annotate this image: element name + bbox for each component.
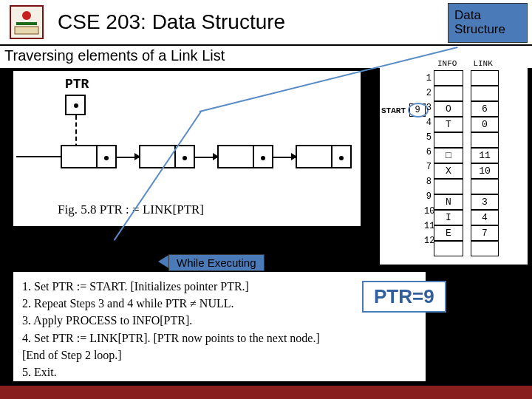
- link-cell: 0: [471, 117, 499, 132]
- svg-point-1: [22, 11, 31, 20]
- table-row: □11: [434, 149, 499, 164]
- link-cell: 6: [471, 101, 499, 117]
- link-cell: 3: [471, 194, 499, 210]
- info-cell: X: [434, 163, 463, 179]
- link-cell: [471, 241, 499, 256]
- table-row: [434, 180, 499, 195]
- table-row: [434, 242, 499, 257]
- info-cell: E: [434, 225, 463, 241]
- row-number: 1: [424, 73, 432, 83]
- university-logo: [6, 1, 47, 43]
- algo-step-2: 2. Repeat Steps 3 and 4 while PTR ≠ NULL…: [22, 295, 417, 312]
- info-cell: [434, 241, 463, 256]
- ptr-value-badge: PTR=9: [362, 281, 446, 313]
- info-cell: T: [434, 117, 463, 132]
- header-bar: CSE 203: Data Structure Data Structure: [0, 0, 532, 46]
- row-number: 8: [424, 177, 432, 187]
- figure-memory-table: INFO LINK START 9 O6T0□11X10N3I4E7 12345…: [380, 58, 528, 265]
- ptr-dot: [74, 103, 78, 108]
- table-row: X10: [434, 164, 499, 180]
- list-node: [61, 145, 117, 168]
- info-cell: I: [434, 210, 463, 225]
- row-number: 2: [424, 88, 432, 98]
- info-cell: [434, 70, 463, 86]
- svg-rect-3: [15, 27, 38, 34]
- table-row: I4: [434, 211, 499, 226]
- while-executing-badge: While Executing: [168, 254, 265, 271]
- link-cell: [471, 132, 499, 148]
- row-number: 9: [424, 191, 432, 202]
- row-number: 10: [424, 206, 432, 216]
- info-cell: N: [434, 194, 463, 210]
- table-row: [434, 133, 499, 149]
- info-cell: O: [434, 101, 463, 117]
- list-node: [296, 145, 352, 168]
- link-cell: 4: [471, 210, 499, 225]
- info-cell: [434, 132, 463, 148]
- figure-linked-list: PTR Fig. 5.8 PTR : = LINK[PTR]: [13, 71, 361, 226]
- arrow-icon: [134, 153, 140, 160]
- info-cell: [434, 179, 463, 194]
- badge-line-1: Data: [454, 9, 521, 23]
- arrow-icon: [291, 153, 297, 160]
- ptr-label: PTR: [65, 77, 89, 92]
- algo-step-end: [End of Step 2 loop.]: [22, 347, 417, 364]
- link-cell: 7: [471, 225, 499, 241]
- col-link: LINK: [473, 59, 492, 68]
- list-node: [139, 145, 195, 168]
- memory-table: O6T0□11X10N3I4E7: [434, 71, 499, 257]
- algo-step-3: 3. Apply PROCESS to INFO[PTR].: [22, 312, 417, 329]
- table-headers: INFO LINK: [437, 59, 493, 68]
- algo-step-4: 4. Set PTR := LINK[PTR]. [PTR now points…: [22, 330, 417, 347]
- row-number: 4: [424, 117, 432, 128]
- row-number: 5: [424, 132, 432, 143]
- svg-rect-2: [16, 22, 37, 25]
- link-cell: [471, 86, 499, 101]
- algo-step-5: 5. Exit.: [22, 364, 417, 381]
- table-row: N3: [434, 195, 499, 211]
- footer-bar: [0, 386, 532, 399]
- link-cell: [471, 70, 499, 86]
- badge-line-2: Structure: [454, 23, 521, 37]
- table-row: T0: [434, 117, 499, 133]
- row-number: 11: [424, 221, 432, 231]
- table-row: [434, 86, 499, 102]
- table-row: E7: [434, 226, 499, 242]
- algo-step-1: 1. Set PTR := START. [Initializes pointe…: [22, 278, 417, 295]
- arrow-icon: [213, 153, 219, 160]
- list-node: [217, 145, 273, 168]
- link-cell: [471, 179, 499, 194]
- info-cell: □: [434, 148, 463, 163]
- link-cell: 10: [471, 163, 499, 179]
- entry-line: [16, 156, 62, 157]
- start-label: START: [381, 106, 406, 115]
- link-cell: 11: [471, 148, 499, 163]
- col-info: INFO: [437, 59, 457, 68]
- table-row: O6: [434, 102, 499, 117]
- table-row: [434, 71, 499, 86]
- info-cell: [434, 86, 463, 101]
- topic-badge: Data Structure: [448, 3, 528, 43]
- row-number: 7: [424, 162, 432, 172]
- row-number: 3: [424, 103, 432, 113]
- row-number: 12: [424, 236, 432, 246]
- row-number: 6: [424, 147, 432, 157]
- page-title: CSE 203: Data Structure: [58, 10, 285, 34]
